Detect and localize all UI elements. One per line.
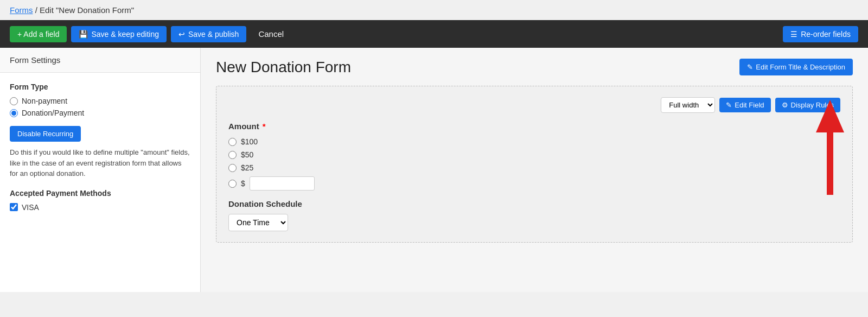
amount-options: $100 $50 $25 $ bbox=[228, 137, 840, 191]
disable-recurring-note: Do this if you would like to define mult… bbox=[10, 147, 190, 179]
required-star: * bbox=[260, 122, 266, 131]
amount-radio-100[interactable] bbox=[228, 138, 237, 146]
amount-label: Amount * bbox=[228, 122, 840, 131]
amount-50-label: $50 bbox=[241, 150, 253, 159]
edit-field-button[interactable]: ✎ Edit Field bbox=[719, 98, 770, 112]
edit-field-icon: ✎ bbox=[726, 101, 732, 109]
edit-field-label: Edit Field bbox=[735, 101, 764, 109]
cancel-button[interactable]: Cancel bbox=[251, 26, 291, 42]
radio-non-payment-input[interactable] bbox=[10, 97, 18, 105]
sidebar-content: Form Type Non-payment Donation/Payment D… bbox=[0, 73, 200, 221]
visa-checkbox-input[interactable] bbox=[10, 203, 18, 211]
reorder-icon: ☰ bbox=[790, 30, 797, 39]
display-rules-icon: ⚙ bbox=[782, 101, 788, 109]
publish-icon: ↩ bbox=[178, 30, 185, 39]
reorder-fields-button[interactable]: ☰ Re-order fields bbox=[783, 26, 858, 42]
main-layout: Form Settings Form Type Non-payment Dona… bbox=[0, 48, 868, 292]
save-icon: 💾 bbox=[79, 30, 88, 39]
amount-option-100[interactable]: $100 bbox=[228, 137, 840, 146]
forms-link[interactable]: Forms bbox=[10, 5, 33, 15]
edit-form-title-label: Edit Form Title & Description bbox=[756, 63, 845, 71]
save-keep-editing-label: Save & keep editing bbox=[91, 30, 159, 39]
form-title: New Donation Form bbox=[216, 59, 351, 76]
amount-25-label: $25 bbox=[241, 163, 253, 172]
radio-donation-payment[interactable]: Donation/Payment bbox=[10, 109, 190, 117]
toolbar: + Add a field 💾 Save & keep editing ↩ Sa… bbox=[0, 20, 868, 48]
display-rules-button[interactable]: ⚙ Display Rules bbox=[775, 98, 840, 112]
reorder-fields-label: Re-order fields bbox=[801, 30, 851, 39]
breadcrumb-separator: / bbox=[33, 5, 40, 15]
save-keep-editing-button[interactable]: 💾 Save & keep editing bbox=[71, 26, 167, 42]
form-type-radio-group: Non-payment Donation/Payment bbox=[10, 97, 190, 117]
radio-donation-payment-input[interactable] bbox=[10, 109, 18, 117]
amount-option-50[interactable]: $50 bbox=[228, 150, 840, 159]
field-card: Full width Half width ✎ Edit Field ⚙ Dis… bbox=[216, 86, 853, 243]
amount-radio-50[interactable] bbox=[228, 151, 237, 159]
radio-non-payment-label: Non-payment bbox=[22, 97, 67, 105]
width-select[interactable]: Full width Half width bbox=[661, 97, 715, 113]
amount-radio-25[interactable] bbox=[228, 164, 237, 172]
amount-custom-input[interactable] bbox=[250, 176, 315, 191]
breadcrumb: Forms / Edit "New Donation Form" bbox=[0, 0, 868, 20]
amount-radio-custom[interactable] bbox=[228, 180, 237, 188]
display-rules-label: Display Rules bbox=[791, 101, 834, 109]
amount-100-label: $100 bbox=[241, 137, 258, 146]
amount-option-custom[interactable]: $ bbox=[228, 176, 840, 191]
sidebar: Form Settings Form Type Non-payment Dona… bbox=[0, 48, 201, 292]
add-field-button[interactable]: + Add a field bbox=[10, 26, 67, 42]
content-top: New Donation Form ✎ Edit Form Title & De… bbox=[216, 59, 853, 76]
content-area: New Donation Form ✎ Edit Form Title & De… bbox=[201, 48, 868, 292]
edit-form-title-button[interactable]: ✎ Edit Form Title & Description bbox=[739, 59, 853, 75]
radio-non-payment[interactable]: Non-payment bbox=[10, 97, 190, 105]
form-type-label: Form Type bbox=[10, 83, 190, 91]
edit-icon: ✎ bbox=[747, 63, 753, 71]
donation-schedule-label: Donation Schedule bbox=[228, 199, 840, 208]
amount-option-25[interactable]: $25 bbox=[228, 163, 840, 172]
save-publish-button[interactable]: ↩ Save & publish bbox=[171, 26, 246, 42]
field-card-toolbar: Full width Half width ✎ Edit Field ⚙ Dis… bbox=[228, 97, 840, 113]
disable-recurring-button[interactable]: Disable Recurring bbox=[10, 126, 81, 142]
accepted-payment-label: Accepted Payment Methods bbox=[10, 189, 190, 198]
save-publish-label: Save & publish bbox=[188, 30, 239, 39]
sidebar-header: Form Settings bbox=[0, 48, 200, 73]
visa-label: VISA bbox=[22, 203, 39, 212]
breadcrumb-current: Edit "New Donation Form" bbox=[40, 5, 134, 15]
radio-donation-payment-label: Donation/Payment bbox=[22, 109, 84, 117]
amount-custom-prefix: $ bbox=[241, 179, 245, 188]
schedule-select[interactable]: One Time Monthly Annual bbox=[228, 214, 288, 231]
visa-checkbox-item[interactable]: VISA bbox=[10, 203, 190, 212]
